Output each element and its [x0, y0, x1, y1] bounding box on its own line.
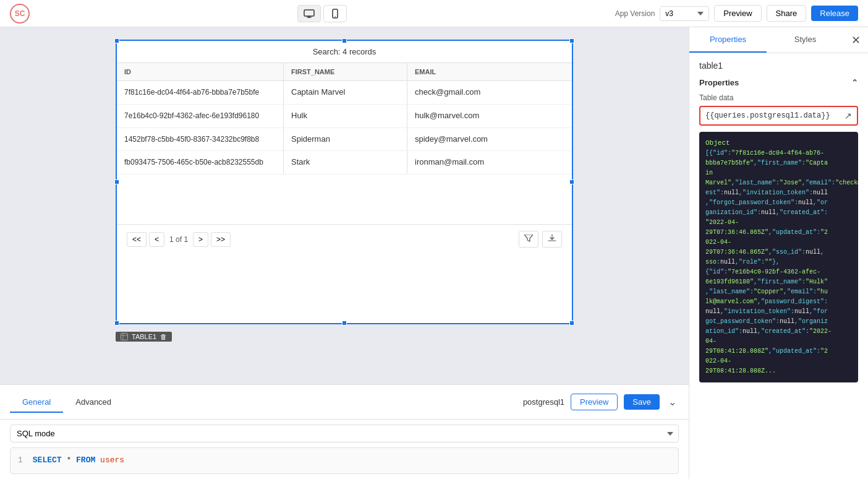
panel-widget-name: table1: [699, 61, 858, 71]
search-result-text: Search: 4 records: [313, 47, 377, 56]
sql-area: SQL mode 1SELECT * FROM users: [0, 419, 689, 479]
col-header-email: EMAIL: [407, 63, 572, 80]
cell-em-3: ironman@mail.com: [407, 151, 572, 174]
table-data-input[interactable]: {{queries.postgresql1.data}}: [705, 111, 845, 120]
panel-body: table1 Properties ⌃ Table data {{queries…: [689, 53, 868, 479]
version-select[interactable]: v3 v2 v1: [660, 6, 709, 21]
tab-properties[interactable]: Properties: [689, 27, 767, 53]
top-right-controls: App Version v3 v2 v1 Preview Share Relea…: [615, 5, 858, 22]
col-header-first-name: FIRST_NAME: [284, 63, 407, 80]
table-widget[interactable]: Search: 4 records ID FIRST_NAME EMAIL 7f…: [116, 40, 573, 324]
delete-widget-icon[interactable]: 🗑: [160, 333, 167, 340]
device-toggle-group: [37, 5, 608, 22]
properties-section-label: Properties: [699, 78, 739, 87]
table-row[interactable]: 7e16b4c0-92bf-4362-afec-6e193fd96180 Hul…: [117, 105, 572, 128]
json-object-label: Object: [705, 138, 852, 149]
panel-close-button[interactable]: ✕: [844, 28, 868, 52]
resize-handle-br[interactable]: [569, 321, 574, 326]
table-row[interactable]: 7f81c16e-dc04-4f64-ab76-bbba7e7b5bfe Cap…: [117, 81, 572, 105]
table-column-headers: ID FIRST_NAME EMAIL: [117, 63, 572, 81]
widget-label: TABLE1 🗑: [116, 332, 172, 342]
line-number: 1: [18, 455, 23, 465]
json-preview: Object [{"id":"7f81c16e-dc04-4f64-ab76-b…: [699, 132, 858, 382]
cell-id-3: fb093475-7506-465c-b50e-acb8232555db: [117, 151, 284, 174]
mobile-view-button[interactable]: [323, 5, 347, 22]
collapse-button[interactable]: ⌄: [666, 394, 679, 410]
cell-em-0: check@gmail.com: [407, 81, 572, 104]
external-link-icon[interactable]: ↗: [845, 111, 852, 121]
svg-point-2: [335, 16, 336, 17]
cell-fn-2: Spiderman: [284, 128, 407, 151]
bottom-bar: General Advanced postgresql1 Preview Sav…: [0, 384, 689, 419]
resize-handle-ml[interactable]: [114, 179, 119, 184]
page-info: 1 of 1: [167, 235, 190, 244]
share-button[interactable]: Share: [767, 5, 807, 22]
filter-button[interactable]: [519, 231, 538, 248]
svg-rect-0: [304, 10, 314, 16]
svg-rect-3: [121, 334, 128, 340]
main-layout: Search: 4 records ID FIRST_NAME EMAIL 7f…: [0, 27, 868, 479]
panel-tab-bar: Properties Styles ✕: [689, 27, 868, 53]
table-row[interactable]: fb093475-7506-465c-b50e-acb8232555db Sta…: [117, 151, 572, 175]
canvas-viewport: Search: 4 records ID FIRST_NAME EMAIL 7f…: [0, 27, 689, 384]
next-page-button[interactable]: >: [193, 232, 208, 247]
query-preview-button[interactable]: Preview: [571, 394, 618, 410]
resize-handle-bc[interactable]: [342, 321, 347, 326]
keyword-star: *: [66, 455, 71, 465]
last-page-button[interactable]: >>: [211, 232, 231, 247]
cell-id-2: 1452bf78-c5bb-45f0-8367-34232bc9f8b8: [117, 128, 284, 151]
resize-handle-mr[interactable]: [569, 179, 574, 184]
cell-id-1: 7e16b4c0-92bf-4362-afec-6e193fd96180: [117, 105, 284, 127]
resize-handle-bl[interactable]: [114, 321, 119, 326]
section-collapse-icon[interactable]: ⌃: [851, 78, 858, 87]
cell-em-1: hulk@marvel.com: [407, 105, 572, 127]
first-page-button[interactable]: <<: [127, 232, 147, 247]
table-search-bar: Search: 4 records: [117, 41, 572, 63]
app-version-label: App Version: [615, 9, 655, 18]
sql-editor[interactable]: 1SELECT * FROM users: [10, 447, 679, 474]
tab-styles[interactable]: Styles: [767, 27, 844, 53]
table-data-label: Table data: [699, 93, 858, 102]
cell-em-2: spidey@marvel.com: [407, 128, 572, 151]
tab-general[interactable]: General: [10, 392, 63, 413]
top-bar: SC App Version v3 v2 v1 Preview Share Re…: [0, 0, 868, 27]
table-row[interactable]: 1452bf78-c5bb-45f0-8367-34232bc9f8b8 Spi…: [117, 128, 572, 152]
preview-button[interactable]: Preview: [714, 5, 761, 22]
pagination-controls: << < 1 of 1 > >>: [127, 232, 231, 247]
resize-handle-tl[interactable]: [114, 38, 119, 43]
tab-advanced[interactable]: Advanced: [63, 392, 124, 413]
widget-name-label: TABLE1: [132, 333, 156, 340]
cell-fn-1: Hulk: [284, 105, 407, 127]
json-content: [{"id":"7f81c16e-dc04-4f64-ab76-bbba7e7b…: [705, 149, 852, 376]
download-button[interactable]: [542, 231, 562, 248]
table-widget-container: Search: 4 records ID FIRST_NAME EMAIL 7f…: [116, 40, 573, 324]
table-name: users: [100, 455, 124, 465]
bottom-bar-right: postgresql1 Preview Save ⌄: [523, 394, 679, 410]
cell-fn-3: Stark: [284, 151, 407, 174]
resize-handle-tc[interactable]: [342, 38, 347, 43]
query-name: postgresql1: [523, 397, 564, 407]
resize-handle-tr[interactable]: [569, 38, 574, 43]
table-pagination: << < 1 of 1 > >>: [117, 224, 572, 254]
empty-rows: [117, 175, 572, 224]
cell-fn-0: Captain Marvel: [284, 81, 407, 104]
table-action-buttons: [519, 231, 562, 248]
col-header-id: ID: [117, 63, 284, 80]
cell-id-0: 7f81c16e-dc04-4f64-ab76-bbba7e7b5bfe: [117, 81, 284, 104]
table-data-field: Table data {{queries.postgresql1.data}} …: [699, 93, 858, 126]
release-button[interactable]: Release: [811, 6, 858, 21]
avatar: SC: [10, 4, 30, 24]
keyword-select: SELECT: [33, 455, 62, 465]
keyword-from: FROM: [76, 455, 95, 465]
table-data-input-wrap: {{queries.postgresql1.data}} ↗: [699, 106, 858, 126]
panel-section-title: Properties ⌃: [699, 78, 858, 87]
query-save-button[interactable]: Save: [624, 394, 660, 410]
desktop-view-button[interactable]: [297, 5, 321, 22]
canvas-area: Search: 4 records ID FIRST_NAME EMAIL 7f…: [0, 27, 689, 479]
prev-page-button[interactable]: <: [149, 232, 164, 247]
right-panel: Properties Styles ✕ table1 Properties ⌃ …: [689, 27, 868, 479]
sql-mode-select[interactable]: SQL mode: [10, 425, 679, 442]
